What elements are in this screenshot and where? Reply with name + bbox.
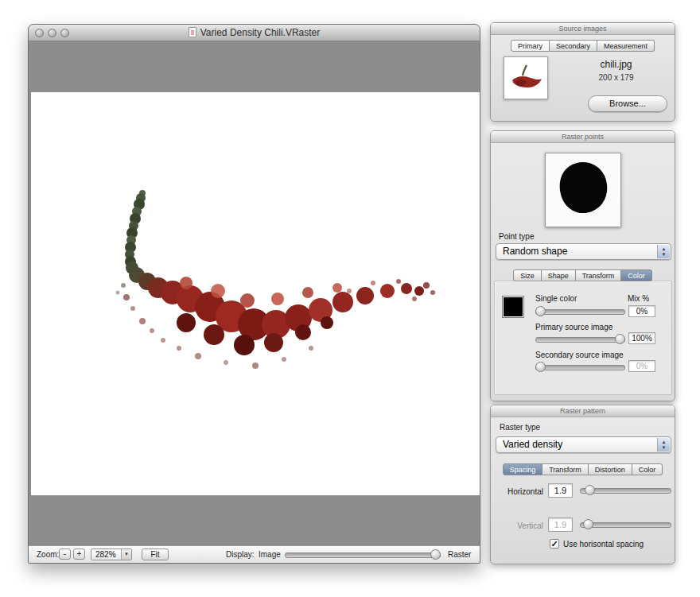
source-image-filename: chili.jpg (562, 59, 670, 70)
source-image-thumbnail[interactable] (504, 56, 548, 99)
vertical-spacing-slider[interactable] (580, 519, 671, 529)
point-shape-preview (545, 153, 621, 227)
chevron-down-icon[interactable]: ▼ (121, 549, 131, 560)
tab-color[interactable]: Color (632, 463, 663, 475)
single-color-slider[interactable] (535, 306, 625, 316)
horizontal-spacing-field[interactable] (548, 483, 573, 498)
display-raster-label: Raster (448, 550, 471, 559)
display-label: Display: (226, 550, 255, 559)
raster-points-panel-title[interactable]: Raster points (491, 131, 675, 143)
horizontal-label: Horizontal (497, 487, 543, 496)
tab-primary[interactable]: Primary (511, 40, 550, 52)
popup-stepper-icon[interactable]: ▲▼ (657, 245, 670, 258)
source-images-tabs: Primary Secondary Measurement (491, 40, 675, 52)
raster-type-popup[interactable]: Varied density ▲▼ (496, 436, 671, 453)
mix-percent-field[interactable] (628, 305, 655, 317)
vertical-spacing-field[interactable] (548, 518, 573, 532)
tab-transform[interactable]: Transform (576, 269, 622, 281)
tab-size[interactable]: Size (513, 269, 542, 281)
browse-button[interactable]: Browse... (588, 95, 667, 112)
primary-source-slider-knob[interactable] (615, 334, 625, 344)
tab-distortion[interactable]: Distortion (589, 463, 632, 475)
tab-color[interactable]: Color (621, 269, 652, 281)
chili-stipple-image (31, 92, 480, 495)
secondary-source-label: Secondary source image (535, 351, 624, 359)
zoom-out-button[interactable]: - (59, 549, 71, 560)
use-horizontal-spacing-label: Use horisontal spacing (563, 540, 644, 549)
zoom-level-combo[interactable]: 282% ▼ (91, 549, 132, 560)
secondary-source-field[interactable] (628, 360, 655, 372)
random-shape-blob-icon (546, 153, 620, 227)
raster-pattern-panel-title[interactable]: Raster pattern (491, 405, 675, 417)
source-image-dimensions: 200 x 179 (562, 73, 670, 82)
source-images-panel-title[interactable]: Source images (491, 23, 675, 35)
raster-pattern-tabs: Spacing Transform Distortion Color (491, 463, 675, 475)
status-bar: Zoom: - + 282% ▼ Fit Display: Image Rast… (29, 545, 480, 563)
window-titlebar[interactable]: Varied Density Chili.VRaster (29, 25, 480, 41)
use-horizontal-spacing-checkbox[interactable]: ✓ (550, 539, 559, 549)
secondary-source-slider-knob[interactable] (535, 362, 546, 372)
raster-pattern-panel: Raster pattern Raster type Varied densit… (490, 405, 675, 564)
popup-stepper-icon[interactable]: ▲▼ (657, 438, 670, 452)
raster-type-label: Raster type (500, 423, 540, 432)
horizontal-spacing-slider[interactable] (580, 485, 671, 495)
single-color-slider-knob[interactable] (535, 306, 546, 316)
display-slider-knob[interactable] (430, 549, 441, 560)
tab-shape[interactable]: Shape (542, 269, 576, 281)
vertical-label: Vertical (497, 521, 543, 530)
point-type-popup[interactable]: Random shape ▲▼ (496, 243, 671, 260)
single-color-swatch[interactable] (502, 296, 524, 318)
source-images-panel: Source images Primary Secondary Measurem… (490, 22, 675, 122)
document-window: Varied Density Chili.VRaster (28, 24, 480, 564)
secondary-source-slider[interactable] (535, 362, 625, 372)
raster-points-panel: Raster points Point type Random shape ▲▼… (490, 130, 675, 401)
window-title: Varied Density Chili.VRaster (29, 27, 480, 38)
window-title-text: Varied Density Chili.VRaster (200, 27, 321, 38)
document-canvas[interactable] (31, 92, 480, 495)
zoom-label: Zoom: (37, 550, 59, 559)
primary-source-field[interactable] (628, 332, 655, 344)
display-slider[interactable] (285, 549, 441, 560)
display-image-label: Image (259, 550, 281, 559)
primary-source-label: Primary source image (535, 323, 612, 331)
raster-points-tabs: Size Shape Transform Color (491, 269, 675, 281)
point-type-label: Point type (499, 232, 534, 241)
horizontal-slider-knob[interactable] (585, 485, 595, 495)
tab-spacing[interactable]: Spacing (503, 463, 543, 475)
mix-percent-label: Mix % (628, 294, 649, 303)
zoom-level-value: 282% (95, 550, 116, 559)
raster-type-value: Varied density (503, 439, 562, 450)
tab-measurement[interactable]: Measurement (597, 40, 655, 52)
tab-secondary[interactable]: Secondary (550, 40, 597, 52)
tab-transform[interactable]: Transform (542, 463, 589, 475)
vertical-slider-knob[interactable] (583, 519, 593, 529)
single-color-label: Single color (535, 294, 577, 303)
point-type-value: Random shape (503, 246, 567, 257)
zoom-in-button[interactable]: + (73, 549, 85, 560)
document-icon (189, 27, 196, 37)
primary-source-slider[interactable] (535, 334, 625, 344)
chili-thumbnail-image (504, 57, 547, 99)
fit-button[interactable]: Fit (142, 549, 169, 560)
